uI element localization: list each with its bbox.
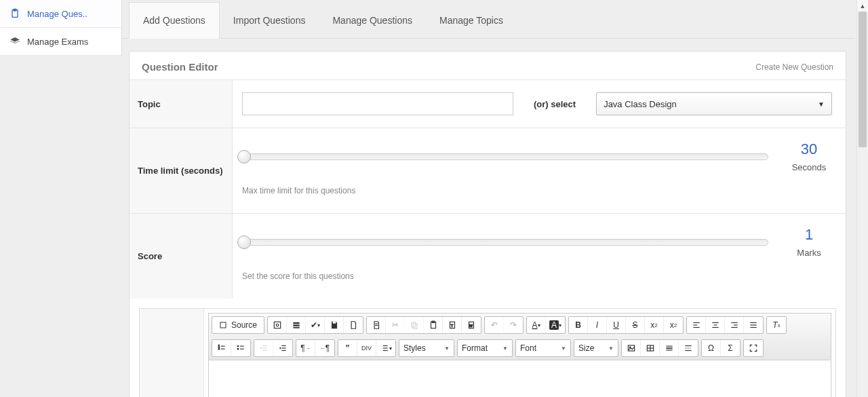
scroll-up-icon[interactable]: ▲ [857,0,868,12]
sidebar-item-manage-questions[interactable]: Manage Ques.. [0,0,121,28]
time-limit-value: 30 [801,140,817,157]
sidebar-item-manage-exams[interactable]: Manage Exams [0,28,121,56]
remove-format-icon[interactable]: Tx [767,317,786,333]
rtl-icon[interactable]: ←¶ [315,340,334,356]
bg-color-icon[interactable]: A▾ [546,317,565,333]
ltr-icon[interactable]: ¶→ [296,340,315,356]
bold-icon[interactable]: B [569,317,588,333]
align-center-icon[interactable] [706,317,725,333]
tab-add-questions[interactable]: Add Questions [129,2,220,39]
paste-text-icon[interactable]: T [443,317,462,333]
svg-rect-4 [220,322,226,328]
svg-text:T: T [450,324,453,328]
copy-icon[interactable] [405,317,424,333]
create-new-question-link[interactable]: Create New Question [755,62,833,72]
layers-icon [9,36,20,47]
chevron-down-icon: ▼ [818,100,825,108]
score-value: 1 [805,226,813,243]
undo-icon[interactable]: ↶ [485,317,504,333]
score-slider[interactable] [242,239,768,246]
unordered-list-icon[interactable] [231,340,250,356]
svg-marker-48 [279,347,281,349]
align-justify-icon[interactable] [744,317,763,333]
maximize-icon[interactable] [744,340,763,356]
svg-rect-8 [293,324,299,326]
align-right-icon[interactable] [725,317,744,333]
svg-rect-14 [413,324,417,328]
superscript-icon[interactable]: x2 [664,317,683,333]
subscript-icon[interactable]: x2 [645,317,664,333]
image-icon[interactable] [622,340,641,356]
tabs: Add Questions Import Questions Manage Qu… [122,0,854,39]
source-button[interactable]: Source [212,317,264,333]
italic-icon[interactable]: I [588,317,607,333]
svg-rect-5 [274,322,280,328]
paste-icon[interactable] [424,317,443,333]
svg-point-39 [237,348,239,349]
scrollbar[interactable]: ▲ [856,0,868,397]
font-dropdown[interactable]: Font▼ [516,340,570,356]
svg-rect-9 [293,327,299,328]
label-time-limit: Time limit (seconds) [130,128,233,213]
underline-icon[interactable]: U [607,317,626,333]
format-dropdown[interactable]: Format▼ [458,340,512,356]
topic-input[interactable] [242,92,513,115]
horizontal-rule-icon[interactable] [660,340,679,356]
special-char-icon[interactable]: Ω [702,340,721,356]
svg-rect-10 [332,322,336,324]
time-limit-hint: Max time limit for this questions [242,186,836,195]
slider-handle-icon[interactable] [237,235,251,249]
ordered-list-icon[interactable]: 12 [212,340,231,356]
blockquote-icon[interactable]: ” [338,340,357,356]
svg-rect-13 [411,322,415,327]
svg-rect-7 [293,322,299,324]
svg-text:2: 2 [218,347,220,350]
label-question: Question [140,309,204,397]
preview-icon[interactable] [268,317,287,333]
div-icon[interactable]: DIV [357,340,376,356]
topic-select-value: Java Class Design [604,99,677,109]
outdent-icon[interactable] [254,340,273,356]
svg-point-37 [237,345,239,347]
label-score: Score [130,214,233,299]
math-icon[interactable]: Σ [721,340,740,356]
panel-title: Question Editor [142,61,218,73]
question-editor-canvas[interactable] [208,360,831,397]
topic-select[interactable]: Java Class Design ▼ [596,92,832,115]
sidebar: Manage Ques.. Manage Exams [0,0,122,56]
score-unit: Marks [782,248,836,258]
or-select-text: (or) select [534,99,576,109]
styles-dropdown[interactable]: Styles▼ [399,340,454,356]
time-limit-slider[interactable] [242,153,768,160]
table-icon[interactable] [641,340,660,356]
tab-manage-topics[interactable]: Manage Topics [426,3,517,38]
pagebreak-icon[interactable] [679,340,698,356]
save-icon[interactable] [325,317,344,333]
sidebar-item-label: Manage Exams [27,37,88,47]
lineheight-icon[interactable]: ▾ [376,340,395,356]
sidebar-item-label: Manage Ques.. [27,9,87,19]
label-topic: Topic [130,80,233,128]
strike-icon[interactable]: S [626,317,645,333]
paste-word-icon[interactable]: W [462,317,481,333]
templates-icon[interactable] [287,317,306,333]
clipboard-icon [9,8,20,19]
doc-icon[interactable] [367,317,386,333]
text-color-icon[interactable]: A▾ [527,317,546,333]
indent-icon[interactable] [273,340,292,356]
main-panel: Question Editor Create New Question Topi… [129,51,846,397]
score-hint: Set the score for this questions [242,271,836,281]
scroll-thumb[interactable] [859,12,867,147]
svg-marker-44 [260,347,261,349]
align-left-icon[interactable] [687,317,706,333]
cut-icon[interactable]: ✂ [386,317,405,333]
redo-icon[interactable]: ↷ [504,317,523,333]
size-dropdown[interactable]: Size▼ [574,340,618,356]
tab-import-questions[interactable]: Import Questions [220,3,319,38]
tab-manage-questions[interactable]: Manage Questions [319,3,426,38]
svg-text:W: W [469,324,473,328]
svg-point-6 [276,324,279,326]
new-page-icon[interactable] [344,317,363,333]
slider-handle-icon[interactable] [237,150,251,164]
spellcheck-icon[interactable]: ✔▾ [306,317,325,333]
